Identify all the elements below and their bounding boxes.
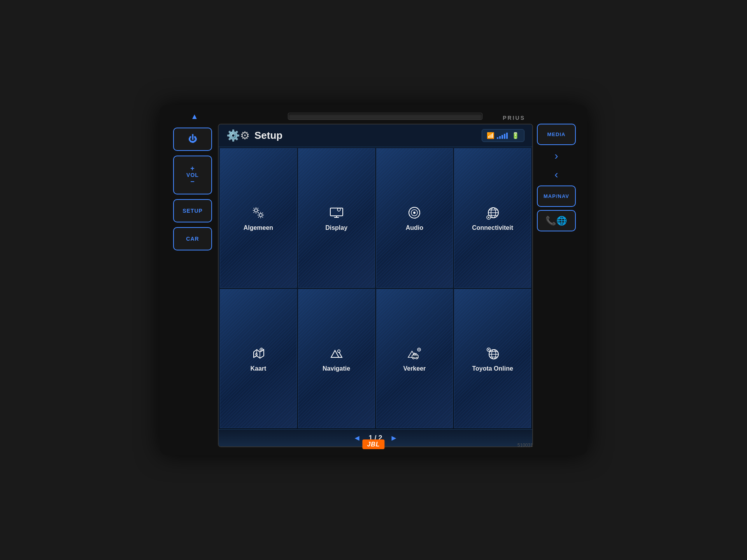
bluetooth-icon: 📶 <box>487 132 494 139</box>
svg-point-1 <box>259 214 262 217</box>
chevron-left-icon: ‹ <box>554 168 558 181</box>
toyota-online-label: Toyota Online <box>472 365 513 372</box>
svg-rect-2 <box>330 208 343 216</box>
screen-header: ⚙️⚙ Setup 📶 🔋 <box>219 124 532 147</box>
verkeer-label: Verkeer <box>403 365 426 372</box>
media-label: MEDIA <box>547 131 566 137</box>
bar-4 <box>504 134 505 139</box>
menu-item-verkeer[interactable]: Verkeer <box>376 289 453 429</box>
menu-item-connectiviteit[interactable]: Connectiviteit <box>454 148 531 288</box>
menu-item-kaart[interactable]: Kaart <box>220 289 297 429</box>
vol-minus-label: − <box>190 178 195 185</box>
power-button[interactable]: ⏻ <box>173 128 212 151</box>
screen-title-text: Setup <box>254 130 282 142</box>
algemeen-icon <box>250 204 267 221</box>
svg-point-6 <box>413 212 416 214</box>
car-label: CAR <box>186 236 199 242</box>
eject-button[interactable]: ▲ <box>191 112 198 121</box>
screen-title: ⚙️⚙ Setup <box>226 129 282 142</box>
svg-point-23 <box>488 349 489 350</box>
power-icon: ⏻ <box>188 134 197 144</box>
bar-5 <box>506 133 508 139</box>
navigatie-icon <box>328 345 345 362</box>
menu-item-navigatie[interactable]: Navigatie <box>298 289 375 429</box>
bar-3 <box>502 135 503 139</box>
setup-label: SETUP <box>182 208 203 214</box>
svg-point-13 <box>256 354 257 355</box>
setup-button[interactable]: SETUP <box>173 199 212 222</box>
navigatie-label: Navigatie <box>323 365 350 372</box>
volume-button[interactable]: + VOL − <box>173 156 212 194</box>
next-page-button[interactable]: ► <box>390 434 398 443</box>
svg-point-0 <box>254 209 258 212</box>
toyota-logo: PRIUS <box>503 115 525 121</box>
left-arrow-button[interactable]: ‹ <box>537 167 576 182</box>
right-arrow-button[interactable]: › <box>537 148 576 164</box>
map-nav-label: MAP/NAV <box>544 193 569 199</box>
battery-icon: 🔋 <box>512 132 519 139</box>
svg-point-16 <box>413 357 414 359</box>
algemeen-label: Algemeen <box>244 224 273 231</box>
audio-icon <box>406 204 423 221</box>
right-controls: MEDIA › ‹ MAP/NAV 📞🌐 <box>533 124 580 447</box>
display-icon <box>328 204 345 221</box>
phone-icon: 📞🌐 <box>545 216 567 226</box>
kaart-icon <box>250 345 267 362</box>
chevron-right-icon: › <box>554 150 558 162</box>
connectiviteit-icon <box>484 204 501 221</box>
svg-point-17 <box>416 357 417 359</box>
signal-bars <box>497 133 508 139</box>
menu-item-algemeen[interactable]: Algemeen <box>220 148 297 288</box>
media-button[interactable]: MEDIA <box>537 124 576 145</box>
car-button[interactable]: CAR <box>173 227 212 250</box>
kaart-label: Kaart <box>250 365 266 372</box>
connectiviteit-label: Connectiviteit <box>472 224 513 231</box>
menu-item-display[interactable]: Display <box>298 148 375 288</box>
svg-point-12 <box>261 349 262 350</box>
main-area: ⏻ + VOL − SETUP CAR ⚙️⚙ Setup <box>167 124 580 447</box>
menu-grid: Algemeen Display <box>219 147 532 429</box>
serial-number: 510031 <box>517 443 533 448</box>
status-bar: 📶 🔋 <box>482 129 524 142</box>
vol-plus-label: + <box>190 165 195 172</box>
display-label: Display <box>325 224 347 231</box>
jbl-badge: JBL <box>362 441 384 448</box>
head-unit: ▲ PRIUS ⏻ + VOL − SETUP CAR <box>160 105 587 455</box>
setup-gears-icon: ⚙️⚙ <box>226 129 250 142</box>
jbl-logo: JBL <box>362 439 384 449</box>
menu-item-toyota-online[interactable]: Toyota Online <box>454 289 531 429</box>
audio-label: Audio <box>406 224 423 231</box>
phone-button[interactable]: 📞🌐 <box>537 210 576 231</box>
map-nav-button[interactable]: MAP/NAV <box>537 186 576 207</box>
bar-2 <box>499 136 501 139</box>
left-controls: ⏻ + VOL − SETUP CAR <box>167 124 218 447</box>
svg-point-19 <box>419 349 420 350</box>
menu-item-audio[interactable]: Audio <box>376 148 453 288</box>
vol-label: VOL <box>186 172 199 178</box>
top-area: ▲ PRIUS <box>167 113 580 120</box>
bar-1 <box>497 137 498 139</box>
prev-page-button[interactable]: ◄ <box>353 434 361 443</box>
verkeer-icon <box>406 345 423 362</box>
screen: ⚙️⚙ Setup 📶 🔋 <box>218 124 533 447</box>
toyota-online-icon <box>484 345 501 362</box>
cd-slot <box>288 113 482 120</box>
